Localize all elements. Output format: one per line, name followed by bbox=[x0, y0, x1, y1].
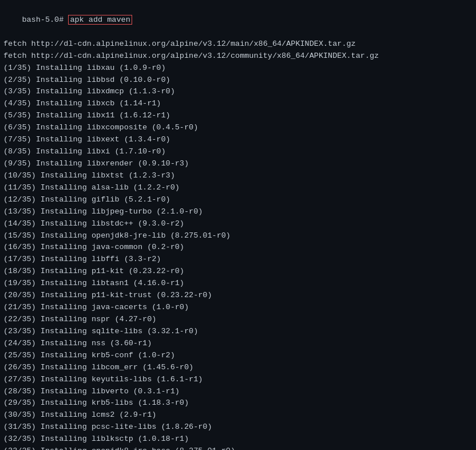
output-line-6: (4/35) Installing libxcb (1.14-r1) bbox=[3, 98, 473, 110]
output-line-20: (18/35) Installing p11-kit (0.23.22-r0) bbox=[3, 266, 473, 278]
output-line-5: (3/35) Installing libxdmcp (1.1.3-r0) bbox=[3, 86, 473, 98]
output-line-34: (32/35) Installing liblksctp (1.0.18-r1) bbox=[3, 433, 473, 445]
output-line-3: (1/35) Installing libxau (1.0.9-r0) bbox=[3, 62, 473, 74]
output-line-33: (31/35) Installing pcsc-lite-libs (1.8.2… bbox=[3, 421, 473, 433]
output-line-14: (12/35) Installing giflib (5.2.1-r0) bbox=[3, 194, 473, 206]
output-line-4: (2/35) Installing libbsd (0.10.0-r0) bbox=[3, 74, 473, 86]
output-line-16: (14/35) Installing libstdc++ (9.3.0-r2) bbox=[3, 218, 473, 230]
output-line-18: (16/35) Installing java-common (0.2-r0) bbox=[3, 242, 473, 254]
highlighted-command: apk add maven bbox=[68, 15, 132, 25]
output-line-10: (8/35) Installing libxi (1.7.10-r0) bbox=[3, 146, 473, 158]
command-line-0: bash-5.0# apk add maven bbox=[3, 2, 473, 38]
output-line-21: (19/35) Installing libtasn1 (4.16.0-r1) bbox=[3, 278, 473, 290]
command-text: apk add maven bbox=[70, 15, 130, 24]
output-line-23: (21/35) Installing java-cacerts (1.0-r0) bbox=[3, 302, 473, 314]
output-line-19: (17/35) Installing libffi (3.3-r2) bbox=[3, 254, 473, 266]
output-line-13: (11/35) Installing alsa-lib (1.2.2-r0) bbox=[3, 182, 473, 194]
output-line-32: (30/35) Installing lcms2 (2.9-r1) bbox=[3, 409, 473, 421]
output-line-30: (28/35) Installing libverto (0.3.1-r1) bbox=[3, 386, 473, 398]
output-line-17: (15/35) Installing openjdk8-jre-lib (8.2… bbox=[3, 230, 473, 242]
output-line-1: fetch http://dl-cdn.alpinelinux.org/alpi… bbox=[3, 38, 473, 50]
terminal: bash-5.0# apk add maven fetch http://dl-… bbox=[0, 0, 476, 450]
output-line-31: (29/35) Installing krb5-libs (1.18.3-r0) bbox=[3, 397, 473, 409]
output-line-35: (33/35) Installing openjdk8-jre-base (8.… bbox=[3, 445, 473, 450]
output-line-12: (10/35) Installing libxtst (1.2.3-r3) bbox=[3, 170, 473, 182]
output-line-25: (23/35) Installing sqlite-libs (3.32.1-r… bbox=[3, 326, 473, 338]
output-line-2: fetch http://dl-cdn.alpinelinux.org/alpi… bbox=[3, 50, 473, 62]
output-line-29: (27/35) Installing keyutils-libs (1.6.1-… bbox=[3, 374, 473, 386]
output-line-24: (22/35) Installing nspr (4.27-r0) bbox=[3, 314, 473, 326]
output-line-11: (9/35) Installing libxrender (0.9.10-r3) bbox=[3, 158, 473, 170]
output-line-8: (6/35) Installing libxcomposite (0.4.5-r… bbox=[3, 122, 473, 134]
output-line-22: (20/35) Installing p11-kit-trust (0.23.2… bbox=[3, 290, 473, 302]
output-line-28: (26/35) Installing libcom_err (1.45.6-r0… bbox=[3, 362, 473, 374]
output-line-27: (25/35) Installing krb5-conf (1.0-r2) bbox=[3, 350, 473, 362]
output-line-7: (5/35) Installing libx11 (1.6.12-r1) bbox=[3, 110, 473, 122]
output-line-15: (13/35) Installing libjpeg-turbo (2.1.0-… bbox=[3, 206, 473, 218]
prompt-0: bash-5.0# bbox=[22, 15, 68, 24]
output-line-9: (7/35) Installing libxext (1.3.4-r0) bbox=[3, 134, 473, 146]
output-line-26: (24/35) Installing nss (3.60-r1) bbox=[3, 338, 473, 350]
